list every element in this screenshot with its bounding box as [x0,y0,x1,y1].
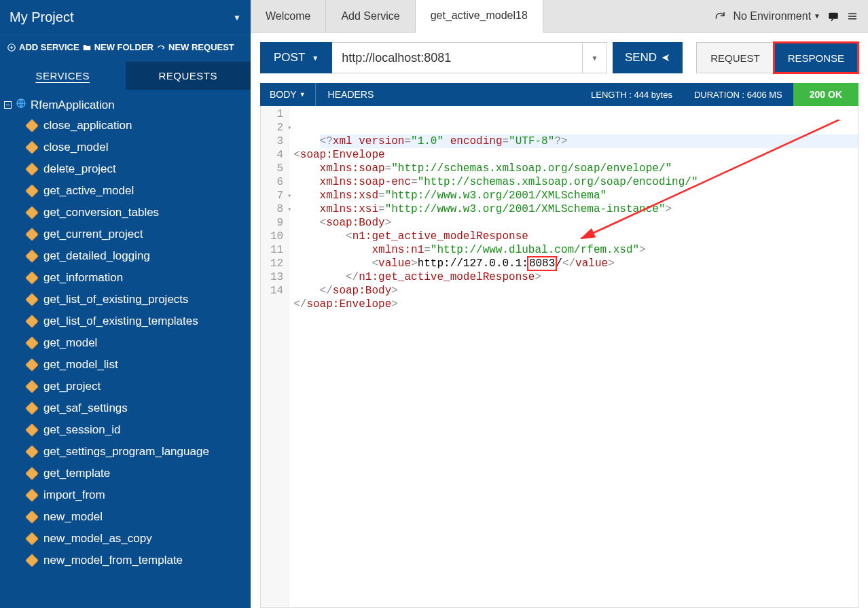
operation-icon [25,358,39,372]
url-input[interactable] [332,43,582,73]
code-line[interactable]: xmlns:xsi="http://www.w3.org/2001/XMLSch… [293,202,854,216]
service-item[interactable]: new_model [0,506,251,528]
project-header[interactable]: My Project ▼ [0,0,251,35]
service-label: get_active_model [43,184,134,198]
operation-icon [25,445,39,459]
operation-icon [25,488,39,502]
response-body-editor[interactable]: 1234567891011121314 <?xml version="1.0" … [260,106,858,608]
response-body-tab[interactable]: BODY ▼ [260,83,316,106]
service-item[interactable]: get_detailed_logging [0,245,251,267]
top-tab[interactable]: Add Service [326,0,415,32]
tab-requests[interactable]: REQUESTS [126,62,251,90]
globe-icon [16,98,26,112]
service-item[interactable]: get_conversion_tables [0,202,251,223]
service-item[interactable]: get_model_list [0,354,251,376]
code-line[interactable]: xmlns:xsd="http://www.w3.org/2001/XMLSch… [293,189,854,202]
service-item[interactable]: import_from [0,484,251,506]
folder-plus-icon [82,43,92,52]
code-body[interactable]: <?xml version="1.0" encoding="UTF-8"?><s… [289,106,858,607]
url-history-dropdown[interactable]: ▼ [583,42,607,73]
service-label: get_detailed_logging [43,249,150,263]
refresh-button[interactable] [714,10,726,22]
line-gutter: 1234567891011121314 [261,106,289,607]
service-item[interactable]: get_information [0,267,251,289]
chat-button[interactable] [827,10,839,22]
response-status: 200 OK [793,83,858,106]
menu-icon [846,10,858,22]
request-view-button[interactable]: REQUEST [697,43,774,73]
service-item[interactable]: get_session_id [0,419,251,441]
code-line[interactable]: xmlns:soap="http://schemas.xmlsoap.org/s… [293,162,854,175]
menu-button[interactable] [846,10,858,22]
service-label: delete_project [43,162,116,176]
sidebar-tabs: SERVICES REQUESTS [0,62,251,90]
collapse-icon[interactable]: − [4,101,12,109]
new-folder-button[interactable]: NEW FOLDER [82,42,153,52]
project-title: My Project [10,10,233,25]
service-item[interactable]: get_list_of_existing_projects [0,289,251,310]
operation-icon [25,401,39,415]
operation-icon [25,271,39,285]
operation-icon [25,293,39,306]
service-label: get_saf_settings [43,401,128,415]
service-item[interactable]: get_model [0,332,251,354]
service-item[interactable]: close_application [0,115,251,137]
environment-selector[interactable]: No Environment ▼ [733,10,820,22]
service-item[interactable]: get_active_model [0,180,251,202]
service-label: get_list_of_existing_projects [43,293,189,306]
operation-icon [25,249,39,263]
top-tab[interactable]: get_active_model18 [416,0,543,33]
service-label: get_conversion_tables [43,206,159,219]
service-item[interactable]: get_settings_program_language [0,441,251,463]
send-icon [661,53,670,62]
operation-icon [25,206,39,219]
operation-icon [25,315,39,328]
service-item[interactable]: get_current_project [0,223,251,245]
service-item[interactable]: close_model [0,137,251,158]
code-line[interactable]: <value>http://127.0.0.1:8083/</value> [293,257,854,270]
service-label: get_model [43,336,97,350]
chevron-down-icon: ▼ [233,13,241,22]
code-line[interactable]: </soap:Body> [293,284,854,298]
code-line[interactable]: xmlns:soap-enc="http://schemas.xmlsoap.o… [293,175,854,189]
url-field[interactable] [332,42,583,73]
code-line[interactable]: <?xml version="1.0" encoding="UTF-8"?> [320,135,858,148]
request-icon [156,43,166,52]
service-item[interactable]: get_saf_settings [0,397,251,419]
service-label: close_application [43,119,132,132]
operation-icon [25,119,39,132]
operation-icon [25,162,39,176]
send-button[interactable]: SEND [613,42,683,73]
method-selector[interactable]: POST ▼ [260,42,332,73]
response-view-button[interactable]: RESPONSE [774,43,858,73]
chevron-down-icon: ▼ [312,54,319,62]
service-item[interactable]: delete_project [0,158,251,180]
response-length: LENGTH : 444 bytes [580,90,683,100]
service-item[interactable]: get_template [0,463,251,484]
response-headers-tab[interactable]: HEADERS [316,89,386,100]
service-item[interactable]: new_model_from_template [0,550,251,571]
plus-circle-icon [7,43,16,52]
service-label: get_information [43,271,123,285]
code-line[interactable]: </soap:Envelope> [293,298,854,311]
service-label: import_from [43,488,105,502]
code-line[interactable]: xmlns:n1="http://www.dlubal.com/rfem.xsd… [293,243,854,257]
service-label: close_model [43,141,108,154]
add-service-button[interactable]: ADD SERVICE [7,42,79,52]
service-label: new_model [43,510,103,524]
code-line[interactable]: <soap:Envelope [293,148,854,162]
code-line[interactable]: <n1:get_active_modelResponse [293,230,854,243]
new-request-button[interactable]: NEW REQUEST [156,42,234,52]
service-item[interactable]: new_model_as_copy [0,528,251,550]
tree-root[interactable]: − RfemApplication [0,95,251,115]
code-line[interactable]: <soap:Body> [293,216,854,230]
service-tree[interactable]: − RfemApplication close_applicationclose… [0,90,251,608]
tab-services[interactable]: SERVICES [0,62,126,90]
service-label: new_model_from_template [43,554,183,567]
service-item[interactable]: get_project [0,376,251,397]
code-line[interactable]: </n1:get_active_modelResponse> [293,270,854,284]
service-item[interactable]: get_list_of_existing_templates [0,310,251,332]
operation-icon [25,554,39,567]
chevron-down-icon: ▼ [814,12,820,20]
top-tab[interactable]: Welcome [251,0,326,32]
